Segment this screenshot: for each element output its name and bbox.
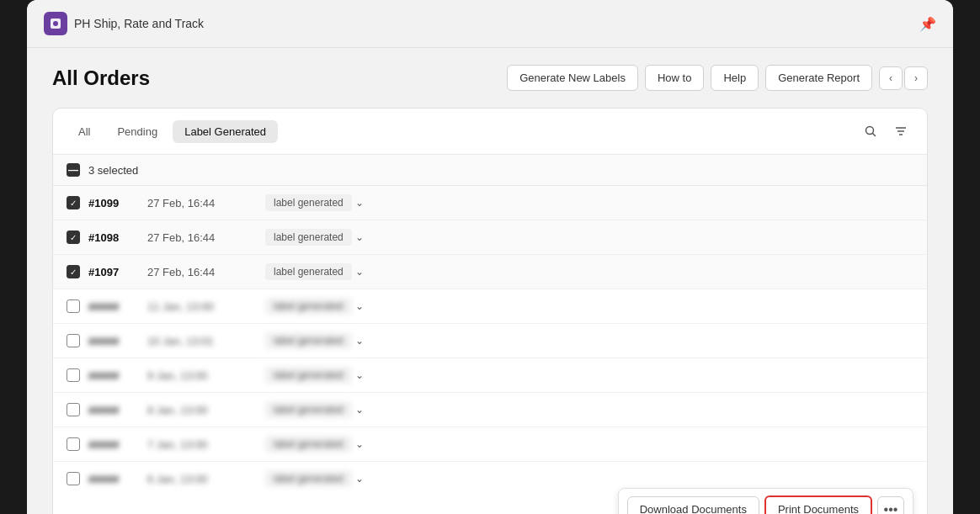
status-badge: label generated⌄ xyxy=(265,229,364,246)
download-documents-button[interactable]: Download Documents xyxy=(627,496,759,514)
selected-row: — 3 selected xyxy=(53,155,927,186)
status-badge: label generated⌄ xyxy=(265,298,364,315)
status-badge: label generated⌄ xyxy=(265,263,364,280)
filter-button[interactable] xyxy=(888,119,913,144)
status-badge: label generated⌄ xyxy=(265,401,364,418)
order-number: ##### xyxy=(88,404,139,416)
chevron-down-icon[interactable]: ⌄ xyxy=(355,404,364,416)
filter-icon xyxy=(894,125,908,138)
app-icon xyxy=(44,12,67,35)
status-badge: label generated⌄ xyxy=(265,367,364,384)
page-header: All Orders Generate New Labels How to He… xyxy=(52,65,928,91)
table-row: #####9 Jan, 13:00label generated⌄ xyxy=(53,358,927,393)
order-number: ##### xyxy=(88,335,139,347)
generate-labels-button[interactable]: Generate New Labels xyxy=(507,65,638,91)
chevron-down-icon[interactable]: ⌄ xyxy=(355,438,364,450)
status-text: label generated xyxy=(265,229,352,246)
table-row: ✓#109727 Feb, 16:44label generated⌄ xyxy=(53,255,927,289)
order-date: 8 Jan, 13:00 xyxy=(147,404,257,416)
status-badge: label generated⌄ xyxy=(265,470,364,487)
order-number: ##### xyxy=(88,438,139,451)
titlebar: PH Ship, Rate and Track 📌 xyxy=(27,0,953,48)
more-options-button[interactable]: ••• xyxy=(877,496,904,515)
status-text: label generated xyxy=(265,332,352,349)
svg-line-3 xyxy=(873,134,876,136)
table-row: #####10 Jan, 13:01label generated⌄ xyxy=(53,324,927,358)
orders-list: ✓#109927 Feb, 16:44label generated⌄✓#109… xyxy=(53,186,927,514)
status-text: label generated xyxy=(265,298,352,315)
table-row: #####6 Jan, 13:00label generated⌄Downloa… xyxy=(53,462,927,514)
chevron-down-icon[interactable]: ⌄ xyxy=(355,369,364,381)
chevron-down-icon[interactable]: ⌄ xyxy=(355,197,364,209)
order-number: ##### xyxy=(88,300,139,313)
chevron-down-icon[interactable]: ⌄ xyxy=(355,266,364,278)
row-checkbox[interactable]: ✓ xyxy=(67,231,80,244)
table-row: #####8 Jan, 13:00label generated⌄ xyxy=(53,393,927,427)
print-documents-button[interactable]: Print Documents xyxy=(764,495,872,514)
status-text: label generated xyxy=(265,263,352,280)
chevron-down-icon[interactable]: ⌄ xyxy=(355,300,364,312)
status-badge: label generated⌄ xyxy=(265,332,364,349)
tab-actions xyxy=(858,119,913,144)
status-text: label generated xyxy=(265,470,352,487)
order-date: 7 Jan, 13:00 xyxy=(147,438,257,451)
chevron-down-icon[interactable]: ⌄ xyxy=(355,335,364,347)
tabs: All Pending Label Generated xyxy=(67,120,278,143)
order-number: ##### xyxy=(88,369,139,382)
orders-container: All Pending Label Generated xyxy=(52,108,928,514)
app-title: PH Ship, Rate and Track xyxy=(74,17,204,30)
nav-next-button[interactable]: › xyxy=(904,66,928,90)
pin-icon[interactable]: 📌 xyxy=(919,16,936,32)
order-date: 9 Jan, 13:00 xyxy=(147,369,257,382)
how-to-button[interactable]: How to xyxy=(645,65,704,91)
svg-point-1 xyxy=(53,21,58,26)
search-icon xyxy=(864,125,877,138)
row-checkbox[interactable] xyxy=(67,403,80,416)
order-date: 6 Jan, 13:00 xyxy=(147,473,257,485)
status-badge: label generated⌄ xyxy=(265,194,364,211)
page-title: All Orders xyxy=(52,66,150,90)
row-checkbox[interactable] xyxy=(67,368,80,382)
row-checkbox[interactable] xyxy=(67,437,80,451)
order-date: 11 Jan, 13:00 xyxy=(147,300,257,313)
tab-label-generated[interactable]: Label Generated xyxy=(173,120,278,143)
nav-buttons: ‹ › xyxy=(879,66,928,90)
action-bar: Download DocumentsPrint Documents••• xyxy=(618,488,913,514)
header-actions: Generate New Labels How to Help Generate… xyxy=(507,65,928,91)
row-checkbox[interactable] xyxy=(67,472,80,485)
generate-report-button[interactable]: Generate Report xyxy=(765,65,872,91)
nav-prev-button[interactable]: ‹ xyxy=(879,66,903,90)
status-text: label generated xyxy=(265,194,352,211)
table-row: ✓#109927 Feb, 16:44label generated⌄ xyxy=(53,186,927,220)
row-checkbox[interactable]: ✓ xyxy=(67,265,80,278)
status-text: label generated xyxy=(265,401,352,418)
row-checkbox[interactable]: ✓ xyxy=(67,196,80,209)
tab-pending[interactable]: Pending xyxy=(105,120,169,143)
app-window: PH Ship, Rate and Track 📌 All Orders Gen… xyxy=(27,0,953,514)
order-number: ##### xyxy=(88,473,139,485)
titlebar-left: PH Ship, Rate and Track xyxy=(44,12,204,35)
row-checkbox[interactable] xyxy=(67,334,80,347)
tabs-row: All Pending Label Generated xyxy=(53,109,927,155)
table-row: #####7 Jan, 13:00label generated⌄ xyxy=(53,427,927,462)
status-text: label generated xyxy=(265,367,352,384)
order-number: #1097 xyxy=(88,266,139,278)
table-row: #####11 Jan, 13:00label generated⌄ xyxy=(53,289,927,324)
selected-label: 3 selected xyxy=(88,164,138,177)
chevron-down-icon[interactable]: ⌄ xyxy=(355,231,364,243)
order-date: 27 Feb, 16:44 xyxy=(147,197,257,209)
tab-all[interactable]: All xyxy=(67,120,102,143)
row-checkbox[interactable] xyxy=(67,299,80,313)
table-row: ✓#109827 Feb, 16:44label generated⌄ xyxy=(53,220,927,255)
search-button[interactable] xyxy=(858,119,883,144)
order-date: 27 Feb, 16:44 xyxy=(147,231,257,244)
order-number: #1098 xyxy=(88,231,139,244)
order-date: 10 Jan, 13:01 xyxy=(147,335,257,347)
status-badge: label generated⌄ xyxy=(265,436,364,453)
chevron-down-icon[interactable]: ⌄ xyxy=(355,473,364,485)
select-all-checkbox[interactable]: — xyxy=(67,163,80,177)
status-text: label generated xyxy=(265,436,352,453)
order-number: #1099 xyxy=(88,197,139,209)
help-button[interactable]: Help xyxy=(711,65,759,91)
main-content: All Orders Generate New Labels How to He… xyxy=(27,48,953,514)
